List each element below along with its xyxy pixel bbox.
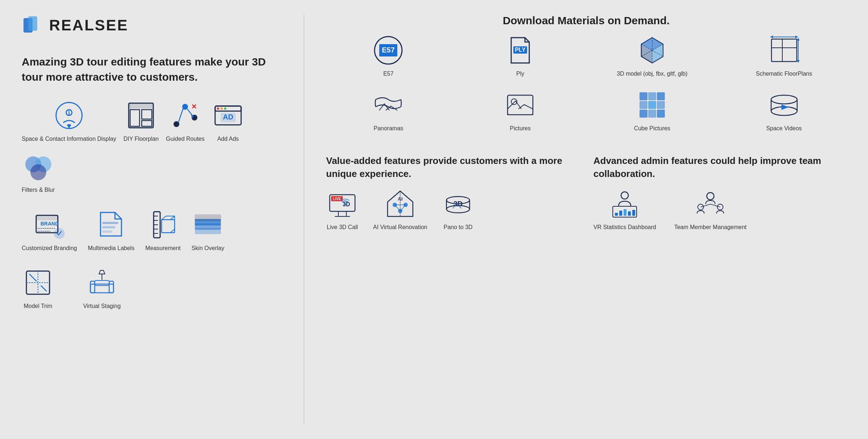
svg-rect-7 bbox=[130, 110, 140, 126]
svg-point-115 bbox=[621, 192, 628, 199]
feature-customized-branding: BRAND Customized Branding bbox=[22, 208, 77, 252]
ai-virtual-renovation-icon: AI bbox=[384, 187, 416, 220]
vr-statistics-label: VR Statistics Dashboard bbox=[594, 224, 656, 231]
3d-model-label: 3D model (obj, fbx, gltf, glb) bbox=[617, 70, 688, 78]
pictures-label: Pictures bbox=[510, 125, 531, 132]
feature-3d-model: 3D model (obj, fbx, gltf, glb) bbox=[590, 34, 715, 78]
svg-marker-92 bbox=[782, 105, 788, 110]
filters-blur-label: Filters & Blur bbox=[22, 186, 55, 194]
svg-rect-85 bbox=[640, 110, 647, 118]
feature-space-videos: Space Videos bbox=[722, 89, 846, 132]
team-member-icon bbox=[694, 187, 727, 220]
cube-pictures-icon bbox=[636, 89, 668, 121]
admin-features-section: Advanced admin features could help impro… bbox=[594, 154, 847, 232]
feature-filters-blur: Filters & Blur bbox=[22, 150, 55, 194]
diy-floorplan-icon bbox=[125, 99, 157, 132]
schematic-floorplans-icon bbox=[768, 34, 800, 67]
measurement-label: Measurement bbox=[145, 245, 181, 252]
add-ads-label: Add Ads bbox=[217, 135, 239, 143]
feature-skin-overlay: Skin Overlay bbox=[192, 208, 225, 252]
svg-rect-120 bbox=[628, 211, 631, 216]
svg-text:3D: 3D bbox=[453, 200, 463, 208]
feature-measurement: Measurement bbox=[145, 208, 181, 252]
svg-point-88 bbox=[771, 95, 797, 104]
svg-text:AD: AD bbox=[223, 113, 233, 121]
svg-rect-9 bbox=[142, 121, 152, 126]
svg-marker-75 bbox=[797, 38, 800, 41]
svg-point-27 bbox=[30, 164, 46, 180]
virtual-staging-label: Virtual Staging bbox=[83, 303, 121, 310]
pano-to-3d-icon: 3D bbox=[442, 187, 474, 220]
svg-point-122 bbox=[707, 193, 714, 200]
3d-model-icon bbox=[636, 34, 668, 67]
svg-rect-6 bbox=[129, 103, 153, 109]
svg-point-21 bbox=[221, 107, 223, 110]
feature-panoramas: Panoramas bbox=[326, 89, 451, 132]
svg-rect-36 bbox=[102, 231, 112, 233]
feature-live-3d-call: LIVE 3D Live 3D Call bbox=[326, 187, 359, 231]
ai-renovation-label: AI Virtual Renovation bbox=[373, 224, 427, 231]
svg-point-11 bbox=[174, 121, 179, 127]
feature-ai-renovation: AI AI Virtual Renovation bbox=[373, 187, 427, 231]
feature-diy-floorplan: DIY Floorplan bbox=[123, 99, 159, 143]
team-member-label: Team Member Management bbox=[674, 224, 747, 231]
feature-virtual-staging: Virtual Staging bbox=[83, 266, 121, 310]
guided-routes-label: Guided Routes bbox=[166, 135, 205, 143]
pictures-icon bbox=[504, 89, 536, 121]
feature-add-ads: AD Add Ads bbox=[212, 99, 244, 143]
feature-model-trim: Model Trim bbox=[22, 266, 54, 310]
virtual-staging-icon bbox=[86, 266, 118, 299]
svg-point-100 bbox=[344, 203, 346, 205]
svg-rect-68 bbox=[771, 39, 797, 62]
svg-rect-119 bbox=[624, 209, 627, 216]
customized-branding-icon: BRAND bbox=[33, 208, 65, 241]
svg-marker-73 bbox=[795, 35, 798, 38]
logo-area: REALSEE bbox=[22, 14, 282, 36]
panoramas-label: Panoramas bbox=[373, 125, 403, 132]
multimedia-labels-icon bbox=[95, 208, 127, 241]
space-videos-label: Space Videos bbox=[766, 125, 801, 132]
pano-to-3d-label: Pano to 3D bbox=[444, 224, 473, 231]
feature-ply: PLY Ply bbox=[458, 34, 583, 78]
right-panel: Download Materials on Demand. E57 E57 bbox=[326, 14, 846, 425]
logo-icon bbox=[22, 14, 43, 36]
live-3d-call-label: Live 3D Call bbox=[327, 224, 358, 231]
svg-marker-72 bbox=[770, 35, 773, 38]
model-trim-icon bbox=[22, 266, 54, 299]
svg-rect-81 bbox=[657, 92, 665, 100]
space-videos-icon bbox=[768, 89, 800, 121]
svg-rect-121 bbox=[632, 210, 635, 216]
measurement-icon bbox=[147, 208, 179, 241]
svg-text:i: i bbox=[68, 109, 70, 116]
left-panel: REALSEE Amazing 3D tour editing features… bbox=[22, 14, 282, 425]
feature-vr-statistics: VR Statistics Dashboard bbox=[594, 187, 656, 231]
svg-text:3D: 3D bbox=[343, 201, 350, 207]
svg-marker-76 bbox=[797, 60, 800, 63]
skin-overlay-label: Skin Overlay bbox=[192, 245, 225, 252]
add-ads-icon: AD bbox=[212, 99, 244, 132]
feature-guided-routes: Guided Routes bbox=[166, 99, 205, 143]
svg-rect-53 bbox=[109, 281, 114, 293]
svg-rect-1 bbox=[28, 16, 37, 31]
feature-pano-to-3d: 3D Pano to 3D bbox=[442, 187, 474, 231]
feature-e57: E57 E57 bbox=[326, 34, 451, 78]
feature-pictures: Pictures bbox=[458, 89, 583, 132]
panoramas-icon bbox=[372, 89, 405, 121]
svg-text:AI: AI bbox=[398, 196, 403, 202]
svg-rect-83 bbox=[648, 101, 656, 109]
cube-pictures-label: Cube Pictures bbox=[634, 125, 671, 132]
value-added-section: Value-added features provide customers w… bbox=[326, 154, 579, 232]
e57-icon: E57 bbox=[372, 34, 405, 67]
space-contact-label: Space & Contact Information Display bbox=[22, 135, 116, 143]
svg-rect-52 bbox=[90, 281, 95, 293]
svg-text:E57: E57 bbox=[382, 46, 395, 54]
svg-text:LIVE: LIVE bbox=[333, 197, 341, 201]
svg-rect-117 bbox=[615, 213, 618, 216]
svg-rect-29 bbox=[36, 215, 58, 220]
feature-schematic-floorplans: Schematic FloorPlans bbox=[722, 34, 846, 78]
svg-point-20 bbox=[217, 107, 219, 110]
live-3d-call-icon: LIVE 3D bbox=[326, 187, 359, 220]
customized-branding-label: Customized Branding bbox=[22, 245, 77, 252]
left-headline: Amazing 3D tour editing features make yo… bbox=[22, 54, 282, 85]
svg-line-108 bbox=[400, 205, 406, 211]
